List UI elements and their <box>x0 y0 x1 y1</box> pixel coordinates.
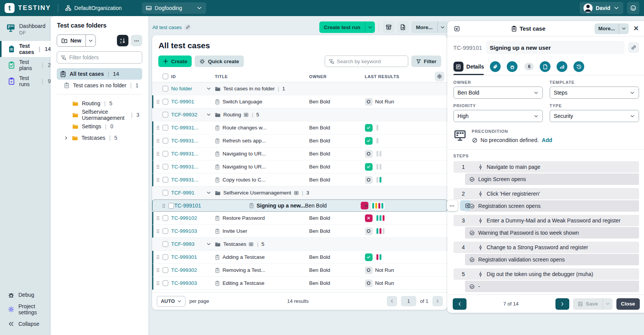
sidebar-item-collapse[interactable]: Collapse <box>0 317 51 331</box>
step-action[interactable]: Enter a Dummy-Mail and a Weak Password a… <box>473 215 639 226</box>
row-checkbox[interactable] <box>163 177 168 183</box>
step-expected-result[interactable]: Registration screen opens <box>465 200 639 212</box>
folder-item-no-folder[interactable]: Test cases in no folder|1 <box>57 80 142 91</box>
quick-create-button[interactable]: Quick create <box>195 56 243 67</box>
drag-handle-icon[interactable] <box>156 255 161 260</box>
row-id-link[interactable]: TC-999101 <box>174 203 208 209</box>
row-id-link[interactable]: TC-99901 <box>171 99 205 105</box>
drag-handle-icon[interactable] <box>156 281 161 286</box>
table-row-test-case[interactable]: TC-99931...Navigating to UR...Ben Bold <box>152 147 447 160</box>
prev-test-case-button[interactable] <box>453 298 467 310</box>
column-header-id[interactable]: ID <box>171 74 205 79</box>
row-checkbox[interactable] <box>163 138 168 144</box>
row-id-link[interactable]: TC-99931... <box>171 151 205 157</box>
row-id-link[interactable]: TC-99931... <box>171 125 205 131</box>
export-button[interactable] <box>397 21 409 33</box>
next-test-case-button[interactable] <box>555 298 569 310</box>
table-row-test-case[interactable]: TC-99931...Route changes w...Ben Bold <box>152 121 447 134</box>
panel-more-menu-button[interactable] <box>619 23 629 34</box>
sidebar-item-debug[interactable]: Debug <box>0 288 51 302</box>
row-id-link[interactable]: TCF-99932 <box>171 112 205 118</box>
row-checkbox[interactable] <box>168 203 174 209</box>
row-id-link[interactable]: TCF-9991 <box>171 190 205 196</box>
row-checkbox[interactable] <box>163 267 168 273</box>
row-checkbox[interactable] <box>163 254 168 260</box>
folder-item-all-test-cases[interactable]: All test cases|14 <box>57 68 142 80</box>
row-id-link[interactable]: TC-999302 <box>171 267 205 273</box>
table-row-test-case[interactable]: TC-999102Restore PasswordBen Bold <box>152 212 447 225</box>
row-more-button[interactable]: ⋯ <box>447 200 458 211</box>
close-button[interactable]: Close <box>616 298 640 310</box>
sidebar-item-test-runs[interactable]: Test runs|9 <box>0 73 51 89</box>
create-button[interactable]: Create <box>158 56 192 67</box>
drag-handle-icon[interactable] <box>156 229 161 234</box>
row-id-link[interactable]: TCF-9993 <box>171 241 205 247</box>
open-in-panel-button[interactable] <box>460 200 471 211</box>
step-expected-result[interactable]: Warning that Password is too week shown <box>465 227 639 239</box>
select-all-checkbox[interactable] <box>163 74 168 79</box>
table-row-folder[interactable]: TCF-99932Routing|5 <box>152 108 447 121</box>
row-checkbox[interactable] <box>163 241 168 247</box>
drag-handle-icon[interactable] <box>156 177 161 182</box>
table-row-folder[interactable]: TCF-9991Selfservice Usermanagement|3 <box>152 186 447 199</box>
table-row-folder[interactable]: TCF-9993Testcases|5 <box>152 238 447 251</box>
drag-handle-icon[interactable] <box>156 268 161 273</box>
column-header-last-results[interactable]: LAST RESULTS <box>361 74 432 79</box>
new-folder-menu-button[interactable] <box>85 35 95 46</box>
row-id-link[interactable]: TC-999102 <box>171 215 205 221</box>
tab-history[interactable] <box>573 61 584 72</box>
page-size-select[interactable]: AUTO <box>157 296 186 307</box>
more-menu-button[interactable] <box>437 21 447 33</box>
step-expected-result[interactable]: - <box>465 281 639 292</box>
table-row-test-case[interactable]: TC-999103Invite UserBen Bold <box>152 225 447 238</box>
folder-item-routing[interactable]: Routing|5 <box>57 98 142 109</box>
drag-handle-icon[interactable] <box>156 99 161 104</box>
tab-details[interactable]: Details <box>453 58 484 75</box>
drag-handle-icon[interactable] <box>156 164 161 169</box>
row-id-link[interactable]: No folder <box>171 86 205 92</box>
panel-more-button[interactable]: More... <box>595 23 629 34</box>
table-row-test-case[interactable]: TC-99931...Copy routes to C...Ben Bold <box>152 173 447 186</box>
save-menu-button[interactable] <box>603 298 613 310</box>
sidebar-item-project-settings[interactable]: Project settings <box>0 302 51 317</box>
row-id-link[interactable]: TC-999303 <box>171 280 205 286</box>
project-selector[interactable]: Dogfooding <box>142 2 206 14</box>
drag-handle-icon[interactable] <box>156 216 161 221</box>
table-row-test-case[interactable]: TC-999301Adding a TestcaseBen Bold <box>152 251 447 264</box>
drag-handle-icon[interactable] <box>156 151 161 156</box>
add-precondition-link[interactable]: Add <box>542 137 552 143</box>
step-action[interactable]: Click 'Hier registrieren' <box>473 188 639 199</box>
table-row-folder[interactable]: No folderTest cases in no folder|1 <box>152 82 447 95</box>
chevron-down-icon[interactable] <box>205 86 212 91</box>
tab-paperclip[interactable] <box>490 61 501 72</box>
copy-link-button[interactable] <box>628 42 639 53</box>
row-id-link[interactable]: TC-999301 <box>171 254 205 260</box>
row-checkbox[interactable] <box>163 164 168 170</box>
column-header-title[interactable]: TITLE <box>205 74 309 79</box>
sort-folders-button[interactable]: AZ <box>117 35 128 46</box>
step-action[interactable]: Navigate to main page <box>473 161 639 173</box>
column-header-owner[interactable]: OWNER <box>309 74 361 79</box>
row-id-link[interactable]: TC-99931... <box>171 138 205 144</box>
test-case-title-input[interactable]: Signing up a new user <box>486 41 624 54</box>
drag-handle-icon[interactable] <box>156 125 161 130</box>
chevron-down-icon[interactable] <box>205 190 212 195</box>
row-checkbox[interactable] <box>163 228 168 234</box>
field-select-template[interactable]: Steps <box>550 87 639 99</box>
step-expected-result[interactable]: Registration validation screen opens <box>465 254 639 265</box>
row-checkbox[interactable] <box>163 215 168 221</box>
close-panel-icon[interactable]: ✕ <box>632 25 640 33</box>
tab-chart[interactable] <box>557 61 567 72</box>
table-row-test-case[interactable]: TC-999302Removing a Test...Ben BoldNot R… <box>152 264 447 277</box>
next-page-button[interactable] <box>432 296 443 306</box>
row-checkbox[interactable] <box>163 125 168 131</box>
row-checkbox[interactable] <box>163 280 168 286</box>
table-row-test-case[interactable]: TC-999303Editing a TestcaseBen BoldNot R… <box>152 277 447 290</box>
table-row-test-case[interactable]: TC-999101Signing up a new...Ben Bold⋯ <box>152 199 447 212</box>
user-menu[interactable]: David <box>580 2 623 14</box>
sidebar-item-dashboard[interactable]: Dashboard DF <box>0 20 51 41</box>
expand-panel-button[interactable] <box>452 24 462 34</box>
row-checkbox[interactable] <box>163 112 168 118</box>
table-settings-button[interactable] <box>435 72 444 81</box>
drag-handle-icon[interactable] <box>156 138 161 143</box>
